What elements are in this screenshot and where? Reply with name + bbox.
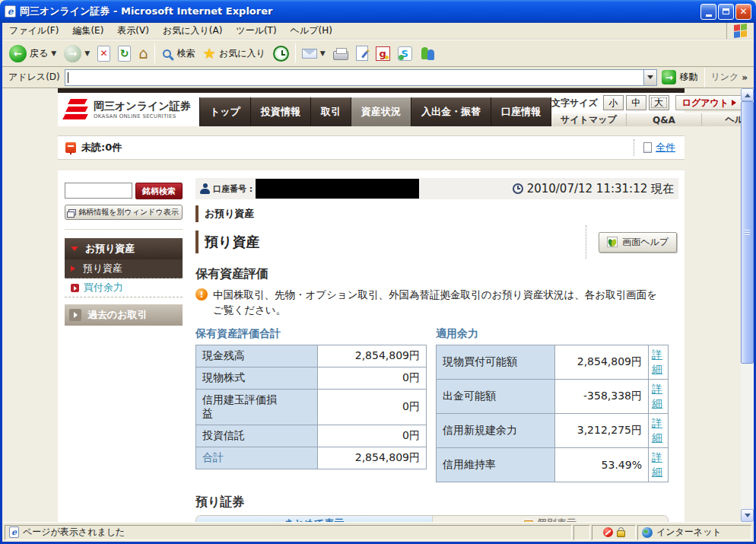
vertical-scrollbar[interactable] [741, 88, 754, 522]
row-label: 投資信託 [196, 425, 318, 447]
addon-button-2[interactable]: S [394, 41, 416, 65]
okasan-logo-icon [64, 99, 88, 120]
home-button[interactable]: ⌂ [135, 41, 152, 65]
stock-search-input[interactable] [65, 183, 132, 199]
scrollbar-track[interactable] [741, 101, 754, 509]
edit-icon [356, 46, 368, 61]
nav-tab-account-info[interactable]: 口座情報 [491, 97, 551, 126]
logout-button[interactable]: ログアウト [675, 95, 741, 110]
document-list-icon [643, 142, 652, 153]
detail-link[interactable]: 詳細 [652, 450, 663, 479]
nav-tab-deposit-withdrawal[interactable]: 入出金・振替 [411, 97, 491, 126]
help-link[interactable]: ヘルプ [701, 113, 741, 126]
scrollbar-thumb[interactable] [741, 101, 754, 364]
menu-edit[interactable]: 編集(E) [65, 23, 110, 39]
address-input[interactable] [65, 69, 658, 86]
address-dropdown-button[interactable] [643, 70, 656, 85]
forward-button[interactable]: → ▼ [60, 41, 94, 65]
all-items-link[interactable]: 全件 [656, 141, 675, 154]
chevron-down-icon [745, 514, 751, 520]
nav-tab-top[interactable]: トップ [199, 97, 251, 126]
nav-tab-trading[interactable]: 取引 [311, 97, 351, 126]
screen-help-button[interactable]: 画面ヘルプ [599, 232, 677, 253]
go-label: 移動 [679, 71, 697, 84]
messenger-icon [420, 46, 435, 61]
addon-icon-red: g [376, 46, 390, 61]
row-value: 0円 [318, 425, 427, 447]
holdings-table-block: 保有資産評価合計 現金残高 2,854,809円 現物株式 [195, 327, 427, 482]
sitemap-link[interactable]: サイトマップ [551, 113, 626, 126]
detail-link[interactable]: 詳細 [652, 416, 663, 445]
table-row: 現物買付可能額 2,854,809円 詳細 [437, 345, 669, 379]
sidebar-section-label: 過去のお取引 [87, 308, 148, 322]
nav-tab-asset-status[interactable]: 資産状況 [351, 97, 411, 126]
browser-window: e 岡三オンライン証券 - Microsoft Internet Explore… [0, 0, 756, 544]
detail-link[interactable]: 詳細 [652, 382, 663, 411]
sidebar-section-assets[interactable]: お預り資産 [65, 238, 183, 259]
scroll-down-button[interactable] [741, 509, 754, 522]
sidebar-item-buying-power[interactable]: 買付余力 [65, 278, 183, 297]
refresh-button[interactable]: ↻ [114, 41, 135, 65]
help-area: 画面ヘルプ [586, 225, 677, 259]
title-bar[interactable]: e 岡三オンライン証券 - Microsoft Internet Explore… [0, 0, 756, 23]
font-size-small-button[interactable]: 小 [603, 95, 624, 110]
mail-button[interactable]: ▼ [298, 41, 329, 65]
menu-view[interactable]: 表示(V) [110, 23, 156, 39]
print-button[interactable] [329, 41, 352, 65]
windows-logo [726, 23, 754, 39]
windows-flag-icon [734, 24, 747, 38]
sidebar-item-label: 預り資産 [83, 262, 122, 275]
triangle-right-icon [71, 266, 78, 272]
holdings-table-title: 保有資産評価合計 [195, 327, 427, 341]
addon-button-1[interactable]: g [372, 41, 394, 65]
stop-icon: ✕ [97, 46, 110, 62]
sidebar-item-label: 買付余力 [84, 281, 123, 294]
detail-link[interactable]: 詳細 [652, 348, 663, 377]
minimize-button[interactable] [700, 4, 716, 20]
ie-status-icon: e [9, 527, 19, 538]
row-label: 現物買付可能額 [437, 345, 555, 379]
history-button[interactable] [269, 41, 293, 65]
close-button[interactable]: ✕ [735, 4, 751, 20]
tab-combined-view[interactable]: まとめて表示 [196, 516, 432, 523]
edit-button[interactable] [352, 41, 372, 65]
stock-search-button[interactable]: 銘柄検索 [135, 183, 183, 199]
qa-link[interactable]: Q&A [626, 113, 701, 126]
go-button[interactable]: → 移動 [657, 70, 702, 84]
font-size-medium-button[interactable]: 中 [626, 95, 646, 110]
scroll-up-button[interactable] [741, 88, 754, 101]
sidebar-item-deposit-assets[interactable]: 預り資産 [65, 259, 183, 278]
status-spacer [573, 525, 590, 540]
back-button[interactable]: ← 戻る ▼ [5, 41, 60, 65]
links-toolbar[interactable]: リンク [710, 71, 739, 84]
messenger-button[interactable] [416, 41, 439, 65]
favorites-button[interactable]: ★ お気に入り [199, 41, 269, 65]
row-label: 信用維持率 [437, 447, 555, 482]
forward-dropdown-icon[interactable]: ▼ [84, 49, 90, 57]
maximize-button[interactable] [718, 4, 734, 20]
table-row: 現物株式 0円 [196, 367, 427, 389]
menu-favorites[interactable]: お気に入り(A) [156, 23, 229, 39]
search-button[interactable]: 検索 [157, 41, 199, 65]
back-dropdown-icon[interactable]: ▼ [51, 49, 56, 57]
font-size-large-button[interactable]: 大 [649, 95, 669, 110]
address-label: アドレス(D) [8, 71, 60, 84]
table-row: 現金残高 2,854,809円 [196, 345, 427, 367]
unread-count: 未読:0件 [81, 141, 122, 154]
links-chevron-icon[interactable]: » [742, 72, 748, 83]
menu-tools[interactable]: ツール(T) [229, 23, 283, 39]
stock-info-window-button[interactable]: 銘柄情報を別ウィンドウ表示 [65, 205, 183, 220]
menu-file[interactable]: ファイル(F) [2, 23, 65, 39]
nav-tab-investment-info[interactable]: 投資情報 [251, 97, 311, 126]
menu-help[interactable]: ヘルプ(H) [284, 23, 339, 39]
tab-individual-view[interactable]: 個別表示 [432, 516, 669, 523]
app-body: ファイル(F) 編集(E) 表示(V) お気に入り(A) ツール(T) ヘルプ(… [0, 23, 756, 544]
font-size-label: 文字サイズ [551, 97, 598, 110]
refresh-icon: ↻ [118, 46, 131, 62]
stop-button[interactable]: ✕ [94, 41, 114, 65]
sidebar-section-history[interactable]: 過去のお取引 [65, 304, 183, 326]
mail-dropdown-icon[interactable]: ▼ [320, 49, 326, 57]
site-logo[interactable]: 岡三オンライン証券 OKASAN ONLINE SECURITIES [58, 93, 196, 126]
screen-help-label: 画面ヘルプ [622, 236, 669, 249]
toolbar: ← 戻る ▼ → ▼ ✕ ↻ ⌂ 検索 ★ [2, 40, 754, 67]
